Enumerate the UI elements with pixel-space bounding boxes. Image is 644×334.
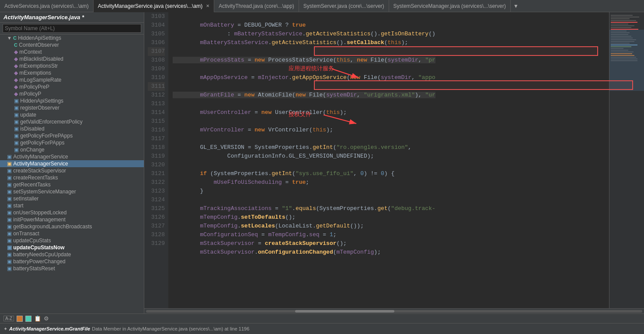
- tab-activity-manager-service[interactable]: ActivityManagerService.java (services\..…: [94, 0, 214, 12]
- tree-item-ontransact[interactable]: ▣ onTransact: [0, 230, 144, 237]
- tree-item-start[interactable]: ▣ start: [0, 202, 144, 209]
- tree-item-label: createRecentTasks: [13, 175, 58, 181]
- scrollbar-thumb[interactable]: [295, 310, 394, 313]
- status-icon1: [17, 316, 23, 322]
- tree-item-activitymanagerservice-selected[interactable]: ▣ ActivityManagerService: [0, 160, 144, 167]
- tree-item-mpolicyprep[interactable]: ◆ mPolicyPreP: [0, 83, 144, 90]
- status-icon2: [25, 316, 31, 322]
- tree-item-isdisabled[interactable]: ▣ isDisabled: [0, 125, 144, 132]
- method-icon: ▣: [7, 175, 12, 181]
- tree-item-batterystatsreset[interactable]: ▣ batteryStatsReset: [0, 265, 144, 272]
- field-icon: ◆: [14, 49, 18, 55]
- tree-item-createrecenttasks[interactable]: ▣ createRecentTasks: [0, 174, 144, 181]
- tree-item-onuserstoppedlocked[interactable]: ▣ onUserStoppedLocked: [0, 209, 144, 216]
- tree-item-updatecpustats[interactable]: ▣ updateCpuStats: [0, 237, 144, 244]
- field-icon: ◆: [14, 63, 18, 69]
- method-icon: ▣: [7, 182, 12, 188]
- tree-item-onchange[interactable]: ▣ onChange: [0, 146, 144, 153]
- symbol-search-input[interactable]: [3, 24, 141, 33]
- tab-bar: ActiveServices.java (services\...\am) Ac…: [0, 0, 644, 12]
- tree-item-getbackgroundlaunchbroadcasts[interactable]: ▣ getBackgroundLaunchBroadcasts: [0, 223, 144, 230]
- tab-system-server[interactable]: SystemServer.java (core\...\server): [299, 0, 389, 12]
- tab-label: SystemServiceManager.java (services\...\…: [393, 3, 506, 9]
- tab-overflow[interactable]: ▼: [511, 3, 521, 9]
- minimap[interactable]: [609, 12, 644, 308]
- method-icon: ▣: [7, 196, 12, 202]
- tree-item-updatecpustatsnow[interactable]: ▣ updateCpuStatsNow: [0, 244, 144, 251]
- method-icon: ▣: [7, 251, 12, 258]
- tree-item-update[interactable]: ▣ update: [0, 111, 144, 118]
- member-name: ActivityManagerService.mGrantFile: [9, 326, 90, 331]
- tree-item-mblacklistdisabled[interactable]: ◆ mBlacklistDisabled: [0, 55, 144, 62]
- tree-item-mexemptions[interactable]: ◆ mExemptions: [0, 69, 144, 76]
- tree-item-createstacksupervisor[interactable]: ▣ createStackSupervisor: [0, 167, 144, 174]
- tab-activity-thread[interactable]: ActivityThread.java (core\...\app): [214, 0, 299, 12]
- tree-item-hidden-api-settings[interactable]: ▼ C HiddenApiSettings: [0, 34, 144, 41]
- class-icon: ▣: [7, 154, 12, 160]
- tree-item-hiddenapi-class[interactable]: ▣ HiddenApiSettings: [0, 97, 144, 104]
- status-book-icon: 📋: [34, 315, 41, 322]
- tree-item-batteryneedscpuupdate[interactable]: ▣ batteryNeedsCpuUpdate: [0, 251, 144, 258]
- tree-item-mcontext[interactable]: ◆ mContext: [0, 48, 144, 55]
- scrollbar-track[interactable]: [146, 310, 642, 313]
- method-icon: ▣: [7, 231, 12, 237]
- status-bar: A-Z 📋 ⚙: [0, 313, 644, 323]
- tree-item-label: mExemptions: [19, 70, 51, 76]
- tree-item-batterypowerchanged[interactable]: ▣ batteryPowerChanged: [0, 258, 144, 265]
- tree-item-label: onUserStoppedLocked: [13, 210, 66, 216]
- tree-item-label: onChange: [20, 147, 44, 153]
- tree-item-label: getValidEnforcementPolicy: [20, 119, 83, 125]
- tree-item-getpolicyforprepapps[interactable]: ▣ getPolicyForPrePApps: [0, 132, 144, 139]
- tree-item-mlogsamplerate[interactable]: ◆ mLogSampleRate: [0, 76, 144, 83]
- field-icon: ◆: [14, 91, 18, 97]
- method-icon: ▣: [7, 244, 12, 251]
- tree-item-label: mPolicyPreP: [19, 84, 49, 90]
- sidebar: ActivityManagerService.java * ▼ C Hidden…: [0, 12, 144, 313]
- line-numbers: 3103 3104 3105 3106 3107 3108 3109 3110 …: [144, 12, 168, 308]
- method-icon: ▣: [14, 140, 19, 146]
- tree-item-getrecenttasks[interactable]: ▣ getRecentTasks: [0, 181, 144, 188]
- horizontal-scrollbar[interactable]: [144, 308, 644, 313]
- tree-item-getpolicyforpapps[interactable]: ▣ getPolicyForPApps: [0, 139, 144, 146]
- tree-item-label: mPolicyP: [19, 91, 41, 97]
- tree-item-label: setSystemServiceManager: [13, 189, 76, 195]
- tree-item-registerobserver[interactable]: ▣ registerObserver: [0, 104, 144, 111]
- method-icon: ▣: [7, 203, 12, 209]
- tree-item-label: start: [13, 203, 23, 209]
- tree-item-label: setInstaller: [13, 196, 38, 202]
- field-icon: ◆: [14, 77, 18, 83]
- tree-item-label: isDisabled: [20, 126, 44, 132]
- tree-item-setinstaller[interactable]: ▣ setInstaller: [0, 195, 144, 202]
- method-icon: ▣: [14, 112, 19, 118]
- tab-close-icon[interactable]: ✕: [206, 3, 209, 8]
- method-icon: ▣: [14, 133, 19, 139]
- tree-item-label: batteryNeedsCpuUpdate: [13, 251, 71, 258]
- method-icon: ▣: [7, 189, 12, 195]
- tree-item-label: mContext: [19, 49, 42, 55]
- method-icon: ▣: [7, 258, 12, 265]
- method-icon: ▣: [7, 168, 12, 174]
- tree-item-activitymanagerservice-class[interactable]: ▣ ActivityManagerService: [0, 153, 144, 160]
- tree-item-mexemptionsstr[interactable]: ◆ mExemptionsStr: [0, 62, 144, 69]
- tab-active-services[interactable]: ActiveServices.java (services\...\am): [0, 0, 94, 12]
- tree-item-mpolicyp[interactable]: ◆ mPolicyP: [0, 90, 144, 97]
- tree-item-setsystemservicemanager[interactable]: ▣ setSystemServiceManager: [0, 188, 144, 195]
- code-area: 3103 3104 3105 3106 3107 3108 3109 3110 …: [144, 12, 644, 313]
- tree-item-label: HiddenApiSettings: [18, 35, 61, 41]
- class-icon: ▣: [7, 161, 12, 167]
- field-icon: ◆: [14, 56, 18, 62]
- tree-item-label: update: [20, 112, 36, 118]
- tree-item-label: batteryPowerChanged: [13, 258, 65, 265]
- tab-system-service-manager[interactable]: SystemServiceManager.java (services\...\…: [389, 0, 511, 12]
- info-bar: ✦ ActivityManagerService.mGrantFile Data…: [0, 323, 644, 334]
- tree-item-getvalidenforcementpolicy[interactable]: ▣ getValidEnforcementPolicy: [0, 118, 144, 125]
- tree-item-initpowermanagement[interactable]: ▣ initPowerManagement: [0, 216, 144, 223]
- tab-label: ActivityManagerService.java (services\..…: [98, 3, 202, 9]
- expand-icon: ▼: [7, 35, 12, 41]
- method-icon: ▣: [14, 147, 19, 153]
- method-icon: ▣: [7, 210, 12, 216]
- code-content[interactable]: mOnBattery = DEBUG_POWER ? true : mBatte…: [168, 12, 609, 308]
- tree-item-label: mBlacklistDisabled: [19, 56, 63, 62]
- tree-item-content-observer[interactable]: C ContentObserver: [0, 41, 144, 48]
- code-scroll[interactable]: 3103 3104 3105 3106 3107 3108 3109 3110 …: [144, 12, 644, 308]
